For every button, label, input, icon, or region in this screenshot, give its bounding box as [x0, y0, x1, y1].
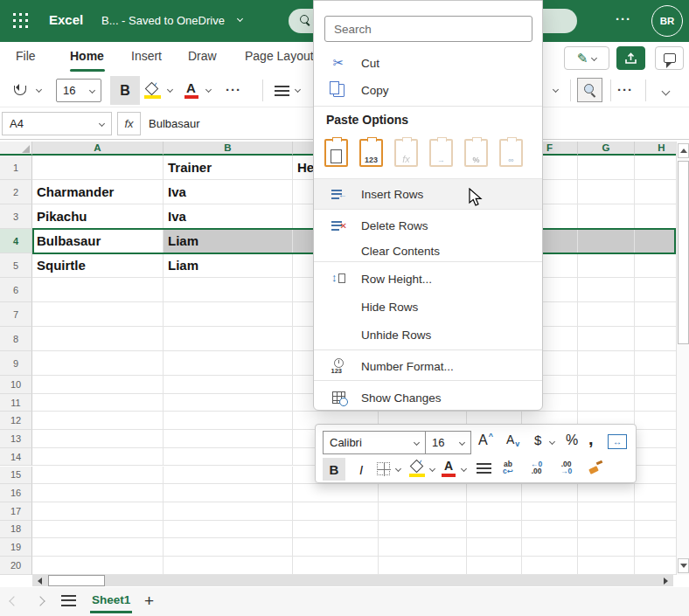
- currency-chevron-icon[interactable]: [549, 439, 555, 445]
- cell-A12[interactable]: [32, 412, 164, 430]
- formula-bar-input[interactable]: Bulbasaur: [149, 117, 200, 130]
- cell-G16[interactable]: [578, 484, 635, 502]
- next-sheet-chevron-icon[interactable]: [35, 596, 45, 606]
- cell-G2[interactable]: [578, 180, 635, 204]
- avatar[interactable]: BR: [651, 5, 683, 37]
- cell-A13[interactable]: [32, 430, 164, 448]
- cell-H12[interactable]: [635, 412, 676, 430]
- row-header-16[interactable]: 16: [0, 484, 32, 502]
- scroll-up-button[interactable]: [678, 143, 689, 158]
- scroll-left-button[interactable]: [33, 575, 46, 586]
- cell-A17[interactable]: [32, 502, 164, 521]
- row-header-15[interactable]: 15: [0, 467, 32, 485]
- row-header-18[interactable]: 18: [0, 521, 32, 539]
- row-header-8[interactable]: 8: [0, 327, 32, 351]
- cell-H15[interactable]: [635, 467, 676, 485]
- alignment-chevron-icon[interactable]: [295, 87, 301, 93]
- cell-A7[interactable]: [32, 302, 164, 327]
- paste-icon[interactable]: [324, 139, 348, 167]
- cell-H4[interactable]: [635, 229, 676, 253]
- cell-D19[interactable]: [379, 538, 467, 557]
- mini-fill-chevron-icon[interactable]: [429, 466, 435, 472]
- cell-A6[interactable]: [32, 278, 164, 302]
- horizontal-scrollbar[interactable]: [32, 575, 673, 586]
- cell-A18[interactable]: [32, 521, 164, 539]
- cell-G4[interactable]: [578, 229, 635, 253]
- cell-C18[interactable]: [293, 521, 379, 539]
- row-header-12[interactable]: 12: [0, 412, 32, 430]
- cell-D18[interactable]: [379, 521, 467, 539]
- cell-B2[interactable]: Iva: [164, 180, 293, 204]
- editing-mode-button[interactable]: ✎: [564, 46, 609, 70]
- cell-B1[interactable]: Trainer: [164, 156, 293, 180]
- decrease-decimal-button[interactable]: ←0 .00: [531, 460, 542, 474]
- cell-B4[interactable]: Liam: [164, 229, 293, 253]
- vertical-scrollbar[interactable]: [676, 142, 689, 575]
- tab-page-layout[interactable]: Page Layout: [245, 49, 314, 63]
- cell-B9[interactable]: [164, 351, 293, 376]
- alignment-button[interactable]: [275, 86, 289, 96]
- cell-G11[interactable]: [578, 394, 635, 412]
- cell-E16[interactable]: [467, 484, 522, 502]
- cell-G5[interactable]: [578, 253, 635, 278]
- cell-E19[interactable]: [467, 538, 522, 557]
- cell-C20[interactable]: [293, 557, 379, 575]
- row-header-13[interactable]: 13: [0, 430, 32, 448]
- cell-G3[interactable]: [578, 204, 635, 229]
- mini-alignment-button[interactable]: [477, 463, 491, 474]
- grow-font-button[interactable]: A^: [478, 433, 492, 448]
- cell-B20[interactable]: [164, 557, 293, 575]
- cell-H6[interactable]: [635, 278, 676, 302]
- cell-G17[interactable]: [578, 502, 635, 521]
- currency-format-button[interactable]: $: [534, 433, 541, 447]
- cell-F16[interactable]: [522, 484, 578, 502]
- cell-B15[interactable]: [164, 467, 293, 485]
- scroll-right-button[interactable]: [659, 575, 672, 586]
- cell-A8[interactable]: [32, 327, 164, 351]
- cell-H20[interactable]: [635, 557, 676, 575]
- cell-A20[interactable]: [32, 557, 164, 575]
- mini-italic-button[interactable]: I: [352, 458, 370, 481]
- cell-C17[interactable]: [293, 502, 379, 521]
- cell-B6[interactable]: [164, 278, 293, 302]
- cell-F18[interactable]: [522, 521, 578, 539]
- add-sheet-button[interactable]: +: [144, 592, 154, 611]
- cell-H8[interactable]: [635, 327, 676, 351]
- font-color-button[interactable]: A: [186, 80, 196, 95]
- row-header-11[interactable]: 11: [0, 394, 32, 412]
- cell-H1[interactable]: [635, 156, 676, 180]
- toolbar-more-button[interactable]: ···: [617, 82, 633, 97]
- analyze-data-button[interactable]: [577, 78, 602, 102]
- all-sheets-hamburger-icon[interactable]: [61, 595, 76, 606]
- font-color-chevron-icon[interactable]: [205, 87, 212, 93]
- column-header-B[interactable]: B: [164, 142, 293, 156]
- menu-item-delete-rows[interactable]: ✕ Delete Rows: [314, 213, 542, 238]
- menu-item-insert-rows[interactable]: ← Insert Rows: [314, 178, 542, 210]
- column-header-H[interactable]: H: [635, 142, 676, 156]
- font-size-select[interactable]: 16: [56, 79, 101, 102]
- cell-H5[interactable]: [635, 253, 676, 278]
- cell-H19[interactable]: [635, 538, 676, 557]
- row-header-19[interactable]: 19: [0, 538, 32, 557]
- menu-item-clear-contents[interactable]: Clear Contents: [314, 239, 542, 263]
- vertical-scrollbar-thumb[interactable]: [678, 161, 689, 344]
- tab-insert[interactable]: Insert: [131, 49, 162, 63]
- tab-file[interactable]: File: [16, 49, 36, 63]
- cell-E17[interactable]: [467, 502, 522, 521]
- cell-H11[interactable]: [635, 394, 676, 412]
- row-header-4[interactable]: 4: [0, 229, 32, 253]
- horizontal-scrollbar-thumb[interactable]: [48, 575, 105, 586]
- share-button[interactable]: [616, 46, 645, 70]
- cell-D20[interactable]: [379, 557, 467, 575]
- cell-A3[interactable]: Pikachu: [32, 204, 164, 229]
- row-header-7[interactable]: 7: [0, 302, 32, 327]
- cell-A5[interactable]: Squirtle: [32, 253, 164, 278]
- autosum-chevron-icon[interactable]: [553, 87, 559, 93]
- paste-values-icon[interactable]: 123: [359, 139, 383, 167]
- titlebar-more-button[interactable]: ···: [616, 11, 631, 26]
- cell-A15[interactable]: [32, 467, 164, 485]
- cell-B16[interactable]: [164, 484, 293, 502]
- menu-item-number-format[interactable]: 123 Number Format...: [314, 354, 542, 378]
- format-painter-button[interactable]: [588, 461, 602, 474]
- cell-A19[interactable]: [32, 538, 164, 557]
